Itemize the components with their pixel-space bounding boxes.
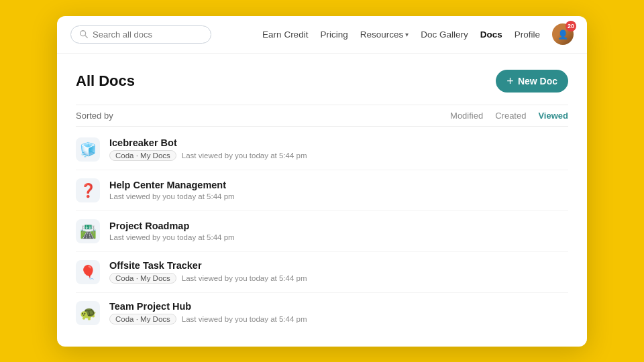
nav-bar: Earn Credit Pricing Resources ▾ Doc Gall… [262,23,574,45]
table-row[interactable]: 🧊 Icebreaker Bot Coda · My Docs Last vie… [76,129,568,170]
table-row[interactable]: ❓ Help Center Management Last viewed by … [76,170,568,211]
doc-name: Project Roadmap [109,221,235,231]
sort-viewed[interactable]: Viewed [538,111,568,121]
nav-profile[interactable]: Profile [515,29,540,40]
notification-badge: 20 [566,21,576,32]
doc-icon-icebreaker: 🧊 [76,137,100,162]
top-bar: All Docs + New Doc [76,70,568,93]
avatar[interactable]: 👤 20 [552,23,574,45]
doc-icon-offsite: 🎈 [76,260,100,284]
app-window: Earn Credit Pricing Resources ▾ Doc Gall… [57,16,587,347]
doc-meta: Coda · My Docs Last viewed by you today … [109,314,307,324]
doc-name: Offsite Task Tracker [109,260,307,271]
doc-info: Team Project Hub Coda · My Docs Last vie… [109,301,307,324]
plus-icon: + [506,75,514,87]
page-title: All Docs [76,72,135,90]
search-wrap[interactable] [70,25,211,44]
doc-viewed: Last viewed by you today at 5:44 pm [109,192,235,200]
nav-docs[interactable]: Docs [480,29,502,40]
nav-earn-credit[interactable]: Earn Credit [262,29,308,40]
sort-modified[interactable]: Modified [450,111,483,121]
chevron-down-icon: ▾ [405,31,409,38]
doc-name: Icebreaker Bot [109,137,307,148]
doc-tag: Coda · My Docs [109,314,176,324]
doc-meta: Coda · My Docs Last viewed by you today … [109,150,307,161]
svg-line-1 [85,36,88,38]
doc-meta: Last viewed by you today at 5:44 pm [109,233,235,241]
doc-icon-helpCenter: ❓ [76,178,100,202]
doc-info: Help Center Management Last viewed by yo… [109,180,235,200]
doc-icon-teamhub: 🐢 [76,301,100,325]
doc-icon-roadmap: 🛣️ [76,219,100,243]
sort-options: Modified Created Viewed [450,111,568,121]
nav-doc-gallery[interactable]: Doc Gallery [421,29,468,40]
table-row[interactable]: 🐢 Team Project Hub Coda · My Docs Last v… [76,293,568,333]
nav-pricing[interactable]: Pricing [320,29,347,40]
doc-viewed: Last viewed by you today at 5:44 pm [182,152,307,160]
sort-bar: Sorted by Modified Created Viewed [76,105,568,127]
doc-name: Team Project Hub [109,301,307,312]
doc-name: Help Center Management [109,180,235,190]
doc-info: Offsite Task Tracker Coda · My Docs Last… [109,260,307,284]
new-doc-button[interactable]: + New Doc [496,70,568,93]
search-icon [79,29,89,39]
doc-tag: Coda · My Docs [109,150,176,161]
doc-viewed: Last viewed by you today at 5:44 pm [182,274,307,282]
nav-resources[interactable]: Resources ▾ [360,29,409,40]
sort-created[interactable]: Created [495,111,526,121]
table-row[interactable]: 🎈 Offsite Task Tracker Coda · My Docs La… [76,252,568,293]
doc-viewed: Last viewed by you today at 5:44 pm [109,233,235,241]
doc-meta: Coda · My Docs Last viewed by you today … [109,273,307,284]
search-input[interactable] [93,29,203,40]
table-row[interactable]: 🛣️ Project Roadmap Last viewed by you to… [76,211,568,252]
doc-info: Icebreaker Bot Coda · My Docs Last viewe… [109,137,307,161]
doc-list: 🧊 Icebreaker Bot Coda · My Docs Last vie… [76,129,568,333]
doc-meta: Last viewed by you today at 5:44 pm [109,192,235,200]
sorted-by-label: Sorted by [76,111,113,121]
doc-viewed: Last viewed by you today at 5:44 pm [182,315,307,323]
doc-info: Project Roadmap Last viewed by you today… [109,221,235,241]
header: Earn Credit Pricing Resources ▾ Doc Gall… [57,16,587,54]
doc-tag: Coda · My Docs [109,273,176,284]
main-content: All Docs + New Doc Sorted by Modified Cr… [57,54,587,347]
